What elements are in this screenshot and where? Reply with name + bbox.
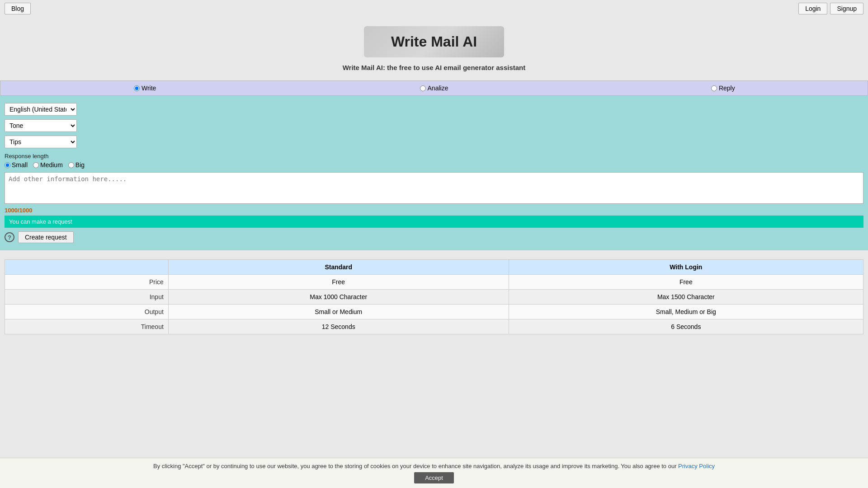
auth-buttons: Login Signup [798,3,863,14]
app-title: Write Mail AI [391,33,477,50]
response-medium-option[interactable]: Medium [33,161,63,169]
mode-write[interactable]: Write [0,81,289,95]
title-box: Write Mail AI [364,26,504,57]
response-length-label: Response length [5,153,863,160]
pricing-label-timeout: Timeout [5,319,169,334]
char-count: 1000/1000 [5,207,863,214]
response-small-radio[interactable] [5,162,10,168]
response-medium-radio[interactable] [33,162,39,168]
pricing-standard-price: Free [168,275,509,290]
tone-select[interactable]: Tone Formal Informal Friendly Profession… [5,119,77,132]
response-big-radio[interactable] [68,162,74,168]
response-length-section: Response length Small Medium Big [5,153,863,169]
pricing-row-input: Input Max 1000 Character Max 1500 Charac… [5,290,863,305]
response-big-label: Big [75,161,85,169]
title-section: Write Mail AI Write Mail AI: the free to… [0,17,868,76]
mode-write-label: Write [142,84,156,92]
pricing-row-price: Price Free Free [5,275,863,290]
response-length-group: Small Medium Big [5,161,863,169]
response-small-option[interactable]: Small [5,161,28,169]
app-subtitle: Write Mail AI: the free to use AI email … [0,64,868,71]
pricing-row-output: Output Small or Medium Small, Medium or … [5,305,863,319]
pricing-header-row: Standard With Login [5,260,863,275]
pricing-row-timeout: Timeout 12 Seconds 6 Seconds [5,319,863,334]
mode-analize-label: Analize [428,84,448,92]
additional-info-textarea[interactable] [5,172,863,204]
pricing-login-input: Max 1500 Character [509,290,863,305]
mode-analize[interactable]: Analize [289,81,578,95]
pricing-label-price: Price [5,275,169,290]
mode-analize-radio[interactable] [420,85,426,91]
response-medium-label: Medium [40,161,63,169]
pricing-col-empty [5,260,169,275]
pricing-login-price: Free [509,275,863,290]
pricing-table: Standard With Login Price Free Free Inpu… [5,259,863,334]
pricing-standard-output: Small or Medium [168,305,509,319]
tips-select[interactable]: Tips [5,136,77,148]
pricing-standard-timeout: 12 Seconds [168,319,509,334]
help-icon[interactable]: ? [5,232,14,242]
language-select[interactable]: English (United States) [5,103,77,116]
pricing-col-standard: Standard [168,260,509,275]
mode-reply[interactable]: Reply [579,81,868,95]
mode-reply-label: Reply [719,84,735,92]
pricing-label-input: Input [5,290,169,305]
header: Blog Login Signup [0,0,868,17]
login-button[interactable]: Login [798,3,827,14]
response-small-label: Small [12,161,28,169]
mode-selector: Write Analize Reply [0,80,868,96]
pricing-col-login: With Login [509,260,863,275]
create-request-button[interactable]: Create request [18,231,74,243]
pricing-login-output: Small, Medium or Big [509,305,863,319]
request-status-bar: You can make a request [5,216,863,228]
pricing-standard-input: Max 1000 Character [168,290,509,305]
pricing-section: Standard With Login Price Free Free Inpu… [0,250,868,339]
signup-button[interactable]: Signup [830,3,863,14]
mode-write-radio[interactable] [134,85,140,91]
response-big-option[interactable]: Big [68,161,85,169]
blog-button[interactable]: Blog [5,3,31,14]
create-request-row: ? Create request [5,231,863,243]
pricing-label-output: Output [5,305,169,319]
mode-reply-radio[interactable] [711,85,717,91]
pricing-login-timeout: 6 Seconds [509,319,863,334]
main-form: English (United States) Tone Formal Info… [0,96,868,250]
